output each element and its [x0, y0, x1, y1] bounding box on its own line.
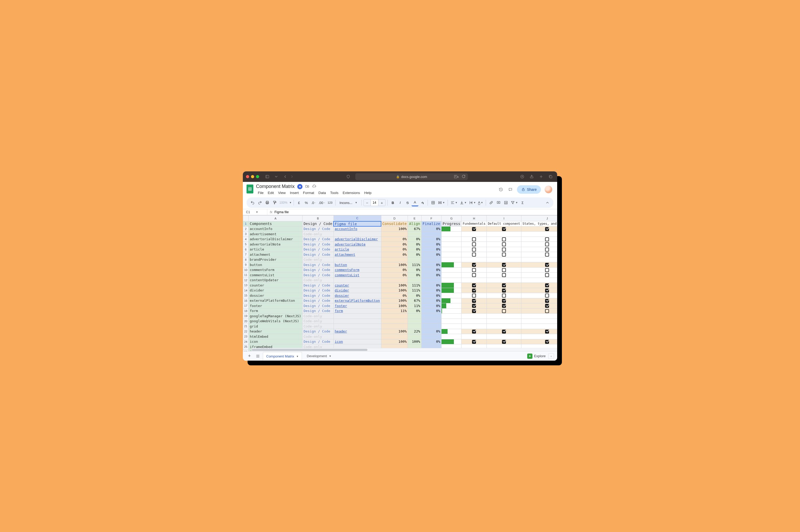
cell[interactable]: 0%: [408, 236, 421, 242]
checkbox[interactable]: [472, 293, 476, 298]
cell[interactable]: button: [249, 262, 303, 268]
cell-progress[interactable]: [441, 329, 461, 334]
forward-button[interactable]: [289, 173, 296, 180]
checkbox[interactable]: [472, 283, 476, 287]
cell[interactable]: [381, 319, 408, 324]
zoom-select[interactable]: 100%: [279, 199, 288, 206]
checkbox[interactable]: [545, 263, 549, 267]
cell[interactable]: [521, 272, 557, 278]
halign-icon[interactable]: ▼: [450, 199, 458, 206]
row-header-3[interactable]: 3: [243, 232, 249, 237]
cell[interactable]: [461, 293, 487, 298]
cell[interactable]: [521, 314, 557, 319]
cell[interactable]: Consolidate: [381, 221, 408, 227]
figma-link[interactable]: icon: [335, 340, 343, 344]
cell[interactable]: [461, 272, 487, 278]
row-header-22[interactable]: 22: [243, 329, 249, 334]
cell[interactable]: Design / Code: [302, 283, 334, 288]
cell[interactable]: header: [334, 329, 381, 334]
cell[interactable]: commentsList: [334, 272, 381, 278]
cell[interactable]: [487, 262, 521, 268]
cell[interactable]: [521, 247, 557, 252]
cell[interactable]: [521, 293, 557, 298]
cell-progress[interactable]: [441, 232, 461, 237]
tabs-icon[interactable]: [547, 173, 554, 180]
cell[interactable]: Code-only: [302, 257, 334, 262]
cell[interactable]: [408, 319, 421, 324]
spreadsheet-grid[interactable]: ABCDEFGHIJ1 Components Design / Code Fig…: [243, 215, 557, 351]
sheets-logo[interactable]: [247, 185, 253, 193]
cell[interactable]: divider: [334, 288, 381, 293]
cell[interactable]: 11%: [408, 303, 421, 309]
reload-icon[interactable]: [461, 174, 466, 179]
cell[interactable]: [521, 232, 557, 237]
cell[interactable]: 0%: [421, 303, 441, 309]
cell[interactable]: Design / Code: [302, 226, 334, 232]
row-header-18[interactable]: 18: [243, 308, 249, 314]
star-icon[interactable]: ★: [297, 184, 303, 189]
col-header-C[interactable]: C: [334, 215, 381, 221]
cell[interactable]: 100%: [381, 288, 408, 293]
move-icon[interactable]: [305, 184, 309, 189]
cell[interactable]: [521, 288, 557, 293]
cell[interactable]: [521, 257, 557, 262]
cell[interactable]: 0%: [421, 252, 441, 257]
cell[interactable]: 100%: [408, 339, 421, 344]
comments-icon[interactable]: [508, 187, 513, 192]
cell[interactable]: divider: [249, 288, 303, 293]
cell[interactable]: [521, 226, 557, 232]
cell[interactable]: [461, 334, 487, 339]
cell[interactable]: advertisement: [249, 232, 303, 237]
cell[interactable]: [487, 252, 521, 257]
cell[interactable]: 0%: [421, 339, 441, 344]
checkbox[interactable]: [472, 299, 476, 303]
cell[interactable]: attachment: [334, 252, 381, 257]
cell-progress[interactable]: [441, 262, 461, 268]
cell[interactable]: 0%: [421, 293, 441, 298]
bold-btn[interactable]: B: [389, 199, 396, 206]
cell-progress[interactable]: [441, 334, 461, 339]
cell[interactable]: [461, 267, 487, 272]
cell[interactable]: 0%: [381, 293, 408, 298]
cell[interactable]: [461, 252, 487, 257]
cell[interactable]: accountInfo: [334, 226, 381, 232]
checkbox[interactable]: [502, 273, 506, 277]
cell[interactable]: 0%: [421, 262, 441, 268]
cell-progress[interactable]: [441, 247, 461, 252]
row-header-25[interactable]: 25: [243, 344, 249, 349]
cell[interactable]: [521, 319, 557, 324]
cell[interactable]: [408, 232, 421, 237]
cell[interactable]: 0%: [381, 267, 408, 272]
figma-link[interactable]: commentsList: [335, 273, 360, 277]
cell[interactable]: [487, 308, 521, 314]
strike-btn[interactable]: S: [404, 199, 411, 206]
cell-progress[interactable]: [441, 267, 461, 272]
checkbox[interactable]: [502, 268, 506, 272]
sheet-tab-development[interactable]: Development▼: [304, 352, 335, 360]
cell[interactable]: Components: [249, 221, 303, 227]
checkbox[interactable]: [545, 252, 549, 256]
menu-data[interactable]: Data: [317, 190, 328, 196]
cell[interactable]: [487, 298, 521, 303]
cell[interactable]: [487, 324, 521, 329]
cell[interactable]: [461, 278, 487, 283]
cell[interactable]: Code-only: [302, 324, 334, 329]
formula-value[interactable]: Figma file: [274, 210, 289, 214]
checkbox[interactable]: [545, 329, 549, 334]
cell[interactable]: 100%: [381, 298, 408, 303]
menu-format[interactable]: Format: [301, 190, 316, 196]
cell[interactable]: [521, 303, 557, 309]
cell[interactable]: 0%: [421, 247, 441, 252]
cell[interactable]: Finalize: [421, 221, 441, 227]
zoom-window-button[interactable]: [256, 175, 259, 178]
cell[interactable]: 0%: [421, 242, 441, 247]
cell[interactable]: Align: [408, 221, 421, 227]
cell[interactable]: 0%: [381, 247, 408, 252]
avatar[interactable]: [545, 186, 552, 193]
fill-color-icon[interactable]: [419, 199, 426, 206]
cell-progress[interactable]: [441, 242, 461, 247]
cell[interactable]: [487, 303, 521, 309]
checkbox[interactable]: [472, 304, 476, 308]
cell[interactable]: [487, 314, 521, 319]
back-button[interactable]: [282, 173, 289, 180]
